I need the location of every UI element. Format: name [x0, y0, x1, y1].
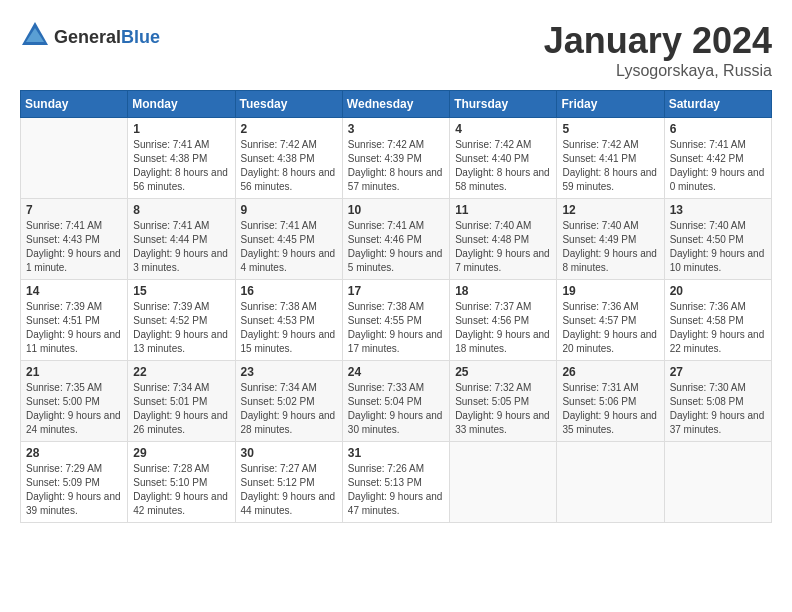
day-number: 24 — [348, 365, 444, 379]
day-detail: Sunrise: 7:41 AMSunset: 4:45 PMDaylight:… — [241, 220, 336, 273]
day-detail: Sunrise: 7:28 AMSunset: 5:10 PMDaylight:… — [133, 463, 228, 516]
logo-text: GeneralBlue — [54, 27, 160, 48]
week-row-2: 7 Sunrise: 7:41 AMSunset: 4:43 PMDayligh… — [21, 199, 772, 280]
day-number: 22 — [133, 365, 229, 379]
page-header: GeneralBlue January 2024 Lysogorskaya, R… — [20, 20, 772, 80]
day-detail: Sunrise: 7:39 AMSunset: 4:51 PMDaylight:… — [26, 301, 121, 354]
day-number: 31 — [348, 446, 444, 460]
calendar-cell: 20 Sunrise: 7:36 AMSunset: 4:58 PMDaylig… — [664, 280, 771, 361]
day-detail: Sunrise: 7:38 AMSunset: 4:55 PMDaylight:… — [348, 301, 443, 354]
day-number: 11 — [455, 203, 551, 217]
day-detail: Sunrise: 7:27 AMSunset: 5:12 PMDaylight:… — [241, 463, 336, 516]
day-detail: Sunrise: 7:41 AMSunset: 4:43 PMDaylight:… — [26, 220, 121, 273]
day-detail: Sunrise: 7:42 AMSunset: 4:39 PMDaylight:… — [348, 139, 443, 192]
calendar-cell: 24 Sunrise: 7:33 AMSunset: 5:04 PMDaylig… — [342, 361, 449, 442]
calendar-cell: 6 Sunrise: 7:41 AMSunset: 4:42 PMDayligh… — [664, 118, 771, 199]
calendar-cell: 14 Sunrise: 7:39 AMSunset: 4:51 PMDaylig… — [21, 280, 128, 361]
weekday-header-row: SundayMondayTuesdayWednesdayThursdayFrid… — [21, 91, 772, 118]
day-number: 23 — [241, 365, 337, 379]
calendar-cell: 1 Sunrise: 7:41 AMSunset: 4:38 PMDayligh… — [128, 118, 235, 199]
day-number: 26 — [562, 365, 658, 379]
calendar-cell: 31 Sunrise: 7:26 AMSunset: 5:13 PMDaylig… — [342, 442, 449, 523]
day-detail: Sunrise: 7:38 AMSunset: 4:53 PMDaylight:… — [241, 301, 336, 354]
day-number: 17 — [348, 284, 444, 298]
calendar-cell: 7 Sunrise: 7:41 AMSunset: 4:43 PMDayligh… — [21, 199, 128, 280]
calendar-cell: 3 Sunrise: 7:42 AMSunset: 4:39 PMDayligh… — [342, 118, 449, 199]
day-number: 8 — [133, 203, 229, 217]
day-number: 30 — [241, 446, 337, 460]
weekday-header-saturday: Saturday — [664, 91, 771, 118]
calendar-cell: 8 Sunrise: 7:41 AMSunset: 4:44 PMDayligh… — [128, 199, 235, 280]
day-number: 3 — [348, 122, 444, 136]
day-number: 18 — [455, 284, 551, 298]
day-detail: Sunrise: 7:31 AMSunset: 5:06 PMDaylight:… — [562, 382, 657, 435]
calendar-cell: 10 Sunrise: 7:41 AMSunset: 4:46 PMDaylig… — [342, 199, 449, 280]
calendar-cell: 28 Sunrise: 7:29 AMSunset: 5:09 PMDaylig… — [21, 442, 128, 523]
day-detail: Sunrise: 7:36 AMSunset: 4:57 PMDaylight:… — [562, 301, 657, 354]
day-detail: Sunrise: 7:30 AMSunset: 5:08 PMDaylight:… — [670, 382, 765, 435]
day-number: 5 — [562, 122, 658, 136]
weekday-header-monday: Monday — [128, 91, 235, 118]
day-number: 16 — [241, 284, 337, 298]
day-detail: Sunrise: 7:34 AMSunset: 5:02 PMDaylight:… — [241, 382, 336, 435]
day-number: 27 — [670, 365, 766, 379]
calendar-cell: 25 Sunrise: 7:32 AMSunset: 5:05 PMDaylig… — [450, 361, 557, 442]
month-title: January 2024 — [544, 20, 772, 62]
day-number: 15 — [133, 284, 229, 298]
day-detail: Sunrise: 7:42 AMSunset: 4:41 PMDaylight:… — [562, 139, 657, 192]
week-row-3: 14 Sunrise: 7:39 AMSunset: 4:51 PMDaylig… — [21, 280, 772, 361]
day-detail: Sunrise: 7:42 AMSunset: 4:38 PMDaylight:… — [241, 139, 336, 192]
day-detail: Sunrise: 7:29 AMSunset: 5:09 PMDaylight:… — [26, 463, 121, 516]
day-detail: Sunrise: 7:42 AMSunset: 4:40 PMDaylight:… — [455, 139, 550, 192]
calendar-cell: 17 Sunrise: 7:38 AMSunset: 4:55 PMDaylig… — [342, 280, 449, 361]
day-number: 1 — [133, 122, 229, 136]
day-detail: Sunrise: 7:41 AMSunset: 4:46 PMDaylight:… — [348, 220, 443, 273]
calendar-cell — [450, 442, 557, 523]
day-number: 2 — [241, 122, 337, 136]
calendar-cell: 2 Sunrise: 7:42 AMSunset: 4:38 PMDayligh… — [235, 118, 342, 199]
calendar-cell: 23 Sunrise: 7:34 AMSunset: 5:02 PMDaylig… — [235, 361, 342, 442]
title-block: January 2024 Lysogorskaya, Russia — [544, 20, 772, 80]
day-detail: Sunrise: 7:41 AMSunset: 4:42 PMDaylight:… — [670, 139, 765, 192]
week-row-5: 28 Sunrise: 7:29 AMSunset: 5:09 PMDaylig… — [21, 442, 772, 523]
calendar-cell: 11 Sunrise: 7:40 AMSunset: 4:48 PMDaylig… — [450, 199, 557, 280]
week-row-1: 1 Sunrise: 7:41 AMSunset: 4:38 PMDayligh… — [21, 118, 772, 199]
calendar-cell: 26 Sunrise: 7:31 AMSunset: 5:06 PMDaylig… — [557, 361, 664, 442]
day-number: 28 — [26, 446, 122, 460]
calendar-cell: 27 Sunrise: 7:30 AMSunset: 5:08 PMDaylig… — [664, 361, 771, 442]
weekday-header-sunday: Sunday — [21, 91, 128, 118]
day-detail: Sunrise: 7:40 AMSunset: 4:49 PMDaylight:… — [562, 220, 657, 273]
day-number: 9 — [241, 203, 337, 217]
calendar-cell: 21 Sunrise: 7:35 AMSunset: 5:00 PMDaylig… — [21, 361, 128, 442]
day-number: 12 — [562, 203, 658, 217]
day-detail: Sunrise: 7:41 AMSunset: 4:38 PMDaylight:… — [133, 139, 228, 192]
day-number: 7 — [26, 203, 122, 217]
day-detail: Sunrise: 7:34 AMSunset: 5:01 PMDaylight:… — [133, 382, 228, 435]
day-number: 4 — [455, 122, 551, 136]
day-number: 25 — [455, 365, 551, 379]
day-detail: Sunrise: 7:26 AMSunset: 5:13 PMDaylight:… — [348, 463, 443, 516]
weekday-header-friday: Friday — [557, 91, 664, 118]
week-row-4: 21 Sunrise: 7:35 AMSunset: 5:00 PMDaylig… — [21, 361, 772, 442]
day-number: 20 — [670, 284, 766, 298]
day-detail: Sunrise: 7:41 AMSunset: 4:44 PMDaylight:… — [133, 220, 228, 273]
day-detail: Sunrise: 7:37 AMSunset: 4:56 PMDaylight:… — [455, 301, 550, 354]
day-detail: Sunrise: 7:39 AMSunset: 4:52 PMDaylight:… — [133, 301, 228, 354]
calendar-cell — [21, 118, 128, 199]
location-title: Lysogorskaya, Russia — [544, 62, 772, 80]
weekday-header-wednesday: Wednesday — [342, 91, 449, 118]
calendar-cell — [664, 442, 771, 523]
calendar-table: SundayMondayTuesdayWednesdayThursdayFrid… — [20, 90, 772, 523]
day-detail: Sunrise: 7:32 AMSunset: 5:05 PMDaylight:… — [455, 382, 550, 435]
calendar-cell: 18 Sunrise: 7:37 AMSunset: 4:56 PMDaylig… — [450, 280, 557, 361]
calendar-cell: 13 Sunrise: 7:40 AMSunset: 4:50 PMDaylig… — [664, 199, 771, 280]
weekday-header-tuesday: Tuesday — [235, 91, 342, 118]
calendar-cell: 16 Sunrise: 7:38 AMSunset: 4:53 PMDaylig… — [235, 280, 342, 361]
day-detail: Sunrise: 7:35 AMSunset: 5:00 PMDaylight:… — [26, 382, 121, 435]
day-number: 10 — [348, 203, 444, 217]
day-detail: Sunrise: 7:36 AMSunset: 4:58 PMDaylight:… — [670, 301, 765, 354]
calendar-cell: 22 Sunrise: 7:34 AMSunset: 5:01 PMDaylig… — [128, 361, 235, 442]
day-number: 21 — [26, 365, 122, 379]
day-number: 14 — [26, 284, 122, 298]
day-detail: Sunrise: 7:33 AMSunset: 5:04 PMDaylight:… — [348, 382, 443, 435]
